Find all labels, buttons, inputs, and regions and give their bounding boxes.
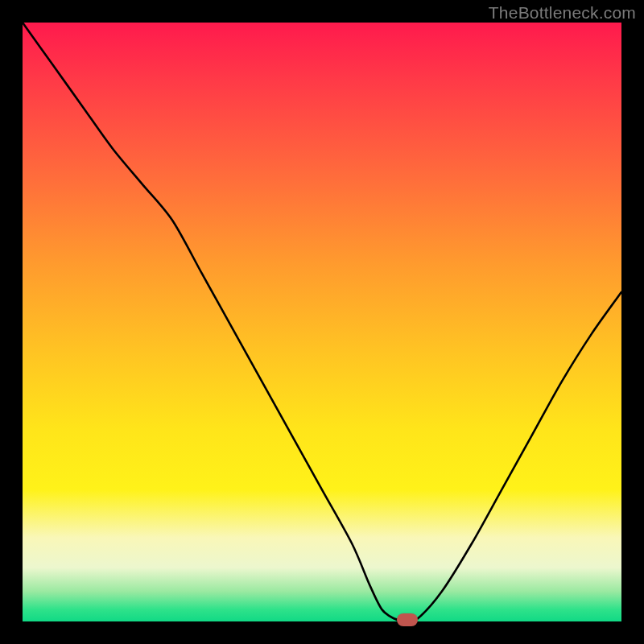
watermark-text: TheBottleneck.com	[489, 3, 636, 23]
chart-frame: TheBottleneck.com	[0, 0, 644, 644]
plot-area	[23, 23, 621, 621]
bottleneck-curve	[23, 23, 621, 621]
optimal-point-marker	[397, 613, 418, 626]
